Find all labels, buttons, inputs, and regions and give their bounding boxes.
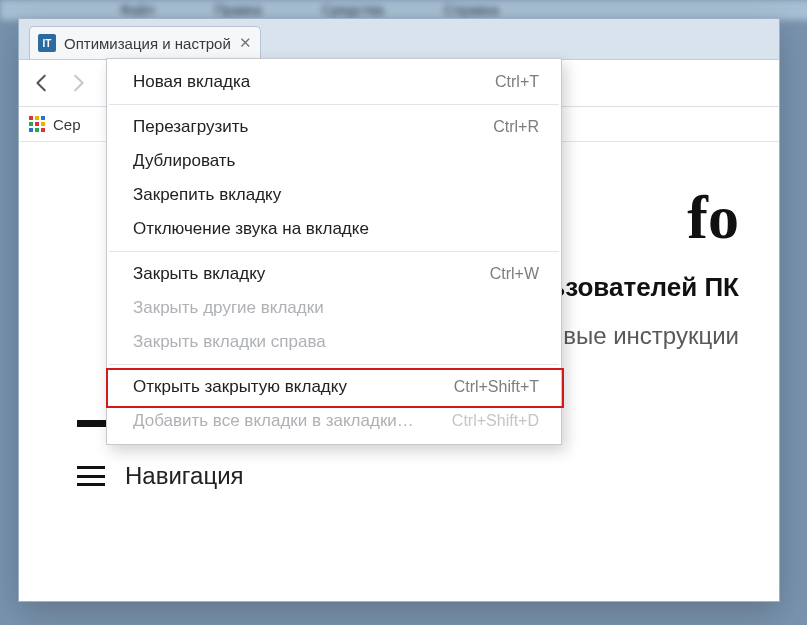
context-menu-item[interactable]: ПерезагрузитьCtrl+R [107,110,561,144]
hamburger-icon[interactable] [77,466,105,486]
context-menu-item-label: Закрыть другие вкладки [133,298,324,318]
context-menu-item[interactable]: Открыть закрытую вкладкуCtrl+Shift+T [107,370,561,404]
site-subtitle-fragment: овые инструкции [550,322,739,350]
context-menu-item-label: Закрепить вкладку [133,185,281,205]
context-menu-item-label: Отключение звука на вкладке [133,219,369,239]
context-menu-item: Закрыть вкладки справа [107,325,561,359]
context-menu-separator [109,104,559,105]
forward-button[interactable] [67,72,89,94]
context-menu-item-shortcut: Ctrl+R [493,118,539,136]
context-menu-item[interactable]: Дублировать [107,144,561,178]
context-menu-item-label: Новая вкладка [133,72,250,92]
context-menu-item[interactable]: Закрыть вкладкуCtrl+W [107,257,561,291]
context-menu-item-label: Дублировать [133,151,235,171]
context-menu-item[interactable]: Новая вкладкаCtrl+T [107,65,561,99]
bookmark-apps-label[interactable]: Сер [53,116,81,133]
context-menu-item: Закрыть другие вкладки [107,291,561,325]
context-menu-item-shortcut: Ctrl+T [495,73,539,91]
site-logo-fragment: fo [687,182,739,253]
context-menu-item[interactable]: Закрепить вкладку [107,178,561,212]
nav-label: Навигация [125,462,244,490]
context-menu-item-label: Перезагрузить [133,117,248,137]
context-menu-item-label: Открыть закрытую вкладку [133,377,347,397]
context-menu-item-label: Закрыть вкладку [133,264,265,284]
browser-tab[interactable]: IT Оптимизация и настрой ✕ [29,26,261,59]
context-menu-item-shortcut: Ctrl+W [490,265,539,283]
tab-favicon: IT [38,34,56,52]
context-menu-item-shortcut: Ctrl+Shift+T [454,378,539,396]
tab-context-menu: Новая вкладкаCtrl+TПерезагрузитьCtrl+RДу… [106,58,562,445]
context-menu-item: Добавить все вкладки в закладки…Ctrl+Shi… [107,404,561,438]
context-menu-separator [109,251,559,252]
context-menu-item-shortcut: Ctrl+Shift+D [452,412,539,430]
tab-close-icon[interactable]: ✕ [239,34,252,52]
context-menu-separator [109,364,559,365]
page-nav-row[interactable]: Навигация [77,462,244,490]
tab-strip: IT Оптимизация и настрой ✕ [19,19,779,60]
context-menu-item[interactable]: Отключение звука на вкладке [107,212,561,246]
tab-title: Оптимизация и настрой [64,35,231,52]
context-menu-item-label: Закрыть вкладки справа [133,332,326,352]
site-tagline-fragment: ьзователей ПК [549,272,739,303]
background-os-menubar: Файл Правка Средства Справка [0,0,807,20]
apps-grid-icon[interactable] [29,116,45,132]
context-menu-item-label: Добавить все вкладки в закладки… [133,411,414,431]
back-button[interactable] [31,72,53,94]
